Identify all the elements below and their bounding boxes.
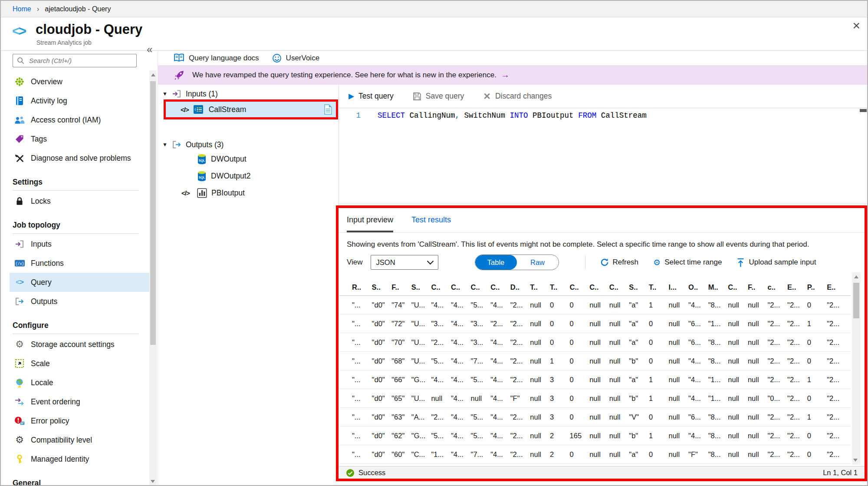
tags-icon — [14, 133, 25, 145]
query-language-docs-button[interactable]: Query language docs — [174, 53, 259, 63]
sidebar-item-storage-account-settings[interactable]: ⚙Storage account settings — [10, 335, 149, 354]
uservoice-button[interactable]: UserVoice — [272, 53, 319, 63]
table-cell: "2... — [506, 338, 526, 347]
table-row[interactable]: "..."d0""70""U..."2..."4..."3..."4..."2.… — [339, 333, 851, 352]
scroll-down-icon[interactable] — [151, 480, 155, 483]
query-editor[interactable]: 1 SELECT CallingNum, SwitchNum INTO PBIo… — [339, 108, 868, 204]
table-row[interactable]: "..."d0""72""U..."3..."4..."3..."2..."2.… — [339, 314, 851, 333]
select-time-range-button[interactable]: ⚙Select time range — [653, 258, 722, 267]
table-cell: "2... — [763, 376, 783, 384]
sidebar-item-tags[interactable]: Tags — [10, 129, 149, 149]
table-cell: 3 — [546, 413, 566, 421]
tab-test-results[interactable]: Test results — [411, 209, 451, 232]
column-header: I... — [665, 283, 685, 291]
sidebar-item-error-policy[interactable]: Error policy — [10, 411, 149, 430]
table-cell: "F" — [506, 394, 526, 403]
sql-token: , — [455, 111, 460, 120]
sidebar-item-managed-identity[interactable]: Managed Identity — [10, 450, 149, 469]
table-cell: "3... — [467, 338, 487, 347]
query-language-docs-label: Query language docs — [189, 54, 259, 63]
table-cell: "d0" — [368, 338, 388, 347]
sidebar-item-compatibility-level[interactable]: ⚙Compatibility level — [10, 430, 149, 450]
save-query-button[interactable]: Save query — [413, 92, 464, 101]
table-row[interactable]: "..."d0""68""U..."5..."4..."7..."4..."2.… — [339, 352, 851, 370]
sidebar-item-functions[interactable]: {/x}Functions — [10, 254, 149, 273]
table-row[interactable]: "..."d0""74""U..."4..."4..."5..."4..."2.… — [339, 296, 851, 314]
sidebar-item-inputs[interactable]: Inputs — [10, 235, 149, 254]
sql-token: CallingNum — [405, 111, 455, 120]
table-cell: 0 — [803, 394, 823, 403]
sidebar-section-configure: Configure — [10, 316, 149, 335]
collapse-sidebar-icon[interactable]: « — [147, 44, 152, 55]
table-cell: "... — [348, 432, 368, 440]
table-cell: "a" — [625, 376, 645, 384]
tree-output-pbioutput[interactable]: </>PBIoutput — [158, 185, 339, 202]
discard-changes-button[interactable]: ✕ Discard changes — [483, 92, 552, 101]
sidebar-item-overview[interactable]: Overview — [10, 72, 149, 91]
table-cell: "2... — [783, 338, 803, 347]
tree-output-label: DWOutput — [211, 155, 247, 164]
table-row[interactable]: "..."d0""60""C..."1..."4..."7..."4..."2.… — [339, 445, 851, 464]
table-cell: null — [605, 320, 625, 328]
chevron-down-icon: ▼ — [162, 142, 168, 148]
notification-banner[interactable]: We have revamped the query testing exper… — [158, 65, 868, 85]
sidebar-item-scale[interactable]: Scale — [10, 354, 149, 373]
table-scrollbar-thumb[interactable] — [853, 283, 859, 318]
inputs-group-toggle[interactable]: ▼ Inputs (1) — [162, 89, 218, 99]
search-input[interactable] — [28, 56, 132, 65]
smiley-icon — [272, 53, 282, 63]
table-cell: "60" — [388, 450, 408, 459]
sidebar-scrollbar[interactable] — [149, 70, 157, 486]
table-cell: "... — [348, 357, 368, 365]
sidebar-item-event-ordering[interactable]: Event ordering — [10, 392, 149, 411]
sidebar-item-outputs[interactable]: Outputs — [10, 292, 149, 311]
table-scrollbar[interactable] — [852, 272, 861, 465]
scroll-up-icon[interactable] — [151, 73, 155, 76]
test-query-label: Test query — [358, 92, 394, 101]
table-row[interactable]: "..."d0""62""G..."5..."4..."5..."4..."2.… — [339, 426, 851, 445]
outputs-group-toggle[interactable]: ▼ Outputs (3) — [162, 140, 224, 149]
test-query-button[interactable]: ▶ Test query — [349, 92, 394, 101]
view-dropdown[interactable]: JSON — [371, 255, 438, 270]
sidebar-scrollbar-thumb[interactable] — [150, 81, 156, 345]
tree-output-dwoutput2[interactable]: SQLDWOutput2 — [158, 168, 339, 185]
inputs-icon — [172, 89, 181, 99]
tree-input-callstream[interactable]: </> CallStream — [164, 99, 338, 119]
toggle-raw-button[interactable]: Raw — [517, 255, 559, 270]
table-cell: 0 — [645, 357, 665, 365]
toggle-table-button[interactable]: Table — [475, 255, 517, 270]
table-row[interactable]: "..."d0""66""G..."4..."4..."5..."4..."2.… — [339, 370, 851, 389]
table-cell: null — [724, 394, 744, 403]
table-row[interactable]: "..."d0""65""U...null"4...null"4..."F"nu… — [339, 389, 851, 408]
sidebar-item-locks[interactable]: Locks — [10, 192, 149, 211]
refresh-button[interactable]: Refresh — [600, 258, 639, 267]
diagnose-icon — [14, 152, 25, 164]
sidebar-item-activity-log[interactable]: Activity log — [10, 91, 149, 110]
table-cell: "b" — [625, 394, 645, 403]
document-icon[interactable] — [324, 104, 332, 115]
breadcrumb-home-link[interactable]: Home — [13, 5, 31, 13]
success-icon — [346, 469, 355, 477]
table-row[interactable]: "..."d0""63""A..."2..."4..."5..."4..."2.… — [339, 408, 851, 426]
table-cell: "2... — [823, 338, 843, 347]
sidebar-item-locale[interactable]: Locale — [10, 373, 149, 392]
close-icon[interactable]: × — [852, 18, 860, 33]
sidebar-item-access-control-iam[interactable]: Access control (IAM) — [10, 110, 149, 129]
table-cell: "A... — [408, 413, 427, 421]
table-cell: "70" — [388, 338, 408, 347]
power-bi-icon — [197, 188, 207, 198]
tab-input-preview[interactable]: Input preview — [347, 209, 393, 232]
table-cell: "2... — [823, 450, 843, 459]
tree-output-dwoutput[interactable]: SQLDWOutput — [158, 151, 339, 168]
line-number: 1 — [339, 111, 361, 120]
sidebar-item-diagnose-and-solve-problems[interactable]: Diagnose and solve problems — [10, 149, 149, 168]
scroll-down-icon[interactable] — [853, 459, 858, 462]
svg-text:SQL: SQL — [199, 159, 205, 162]
table-cell: "V" — [625, 413, 645, 421]
table-cell: "G... — [408, 376, 427, 384]
sidebar-item-query[interactable]: <>Query — [10, 273, 149, 292]
scroll-up-icon[interactable] — [854, 275, 858, 278]
table-cell: "d0" — [368, 450, 388, 459]
upload-sample-input-button[interactable]: Upload sample input — [736, 258, 816, 267]
editor-scrollbar-thumb[interactable] — [860, 109, 867, 112]
